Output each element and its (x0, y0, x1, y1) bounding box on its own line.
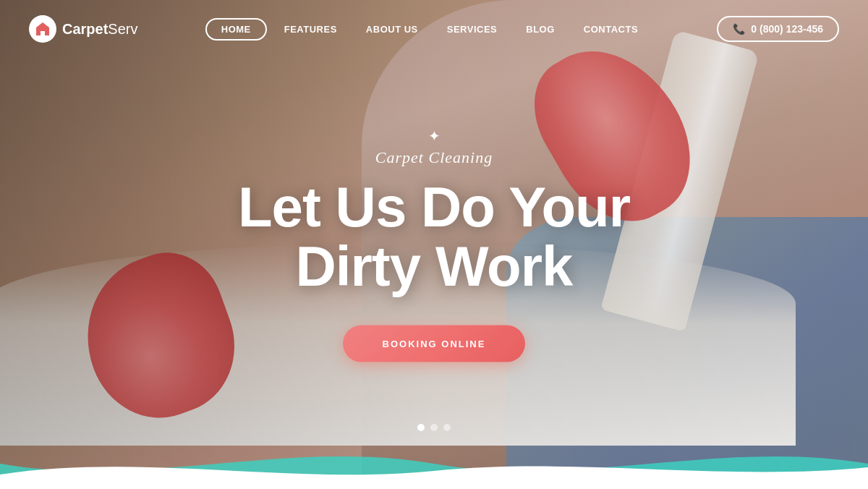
nav-link-home[interactable]: HOME (205, 18, 267, 41)
logo[interactable]: CarpetServ (29, 15, 137, 43)
nav-item-home[interactable]: HOME (205, 22, 267, 35)
hero-section: CarpetServ HOME FEATURES ABOUT US SERVIC… (0, 0, 868, 489)
svg-point-0 (41, 25, 44, 28)
phone-icon: 📞 (733, 23, 745, 35)
house-icon (35, 21, 51, 37)
hero-title-line2: Dirty Work (296, 234, 573, 298)
nav-item-blog[interactable]: BLOG (514, 22, 566, 35)
slider-dots (417, 424, 451, 431)
phone-button[interactable]: 📞 0 (800) 123-456 (717, 16, 839, 42)
nav-link-about[interactable]: ABOUT US (354, 18, 430, 41)
hero-title: Let Us Do Your Dirty Work (181, 178, 687, 297)
slider-dot-1[interactable] (417, 424, 425, 431)
slider-dot-2[interactable] (430, 424, 438, 431)
nav-link-features[interactable]: FEATURES (273, 18, 349, 41)
nav-item-services[interactable]: SERVICES (435, 22, 509, 35)
logo-icon (29, 15, 56, 43)
sparkle-icon: ✦ (181, 127, 687, 145)
bottom-wave (0, 438, 868, 489)
nav-link-services[interactable]: SERVICES (435, 18, 509, 41)
nav-item-features[interactable]: FEATURES (273, 22, 349, 35)
phone-number: 0 (800) 123-456 (751, 23, 823, 35)
booking-button[interactable]: BOOKING ONLINE (343, 325, 526, 362)
nav-link-blog[interactable]: BLOG (514, 18, 566, 41)
navbar: CarpetServ HOME FEATURES ABOUT US SERVIC… (0, 0, 868, 58)
logo-text: CarpetServ (62, 21, 137, 38)
slider-dot-3[interactable] (443, 424, 451, 431)
nav-item-contacts[interactable]: CONTACTS (572, 22, 650, 35)
nav-link-contacts[interactable]: CONTACTS (572, 18, 650, 41)
nav-links: HOME FEATURES ABOUT US SERVICES BLOG CON… (205, 22, 650, 35)
hero-title-line1: Let Us Do Your (238, 175, 630, 239)
wave-svg (0, 438, 868, 489)
nav-item-about[interactable]: ABOUT US (354, 22, 430, 35)
hero-subtitle: Carpet Cleaning (181, 148, 687, 167)
hero-content: ✦ Carpet Cleaning Let Us Do Your Dirty W… (181, 127, 687, 362)
